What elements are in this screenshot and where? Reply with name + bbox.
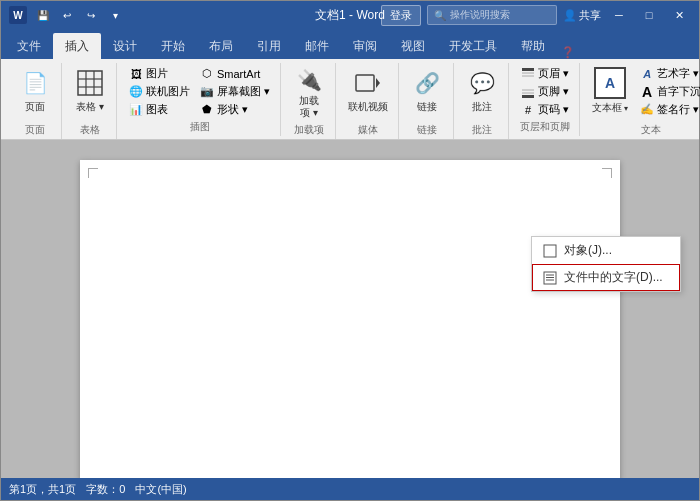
online-image-btn[interactable]: 🌐 联机图片 xyxy=(125,83,194,100)
header-icon xyxy=(521,67,535,81)
tab-view[interactable]: 视图 xyxy=(389,33,437,59)
undo-btn[interactable]: ↩ xyxy=(57,5,77,25)
textbox-btn[interactable]: A 文本框 ▾ xyxy=(588,65,632,121)
tab-design[interactable]: 设计 xyxy=(101,33,149,59)
tab-help[interactable]: 帮助 xyxy=(509,33,557,59)
screenshot-btn[interactable]: 📷 屏幕截图 ▾ xyxy=(196,83,274,100)
smartart-icon: ⬡ xyxy=(200,67,214,81)
tab-mailings[interactable]: 邮件 xyxy=(293,33,341,59)
ribbon-group-text: A 文本框 ▾ A 艺术字 ▾ A xyxy=(582,63,700,139)
ribbon-group-page: 📄 页面 页面 xyxy=(9,63,62,139)
svg-marker-6 xyxy=(376,78,380,88)
object-menu-item[interactable]: 对象(J)... xyxy=(532,237,680,264)
page-number-btn[interactable]: # 页码 ▾ xyxy=(517,101,573,118)
text-extras: A 艺术字 ▾ A 首字下沉 ▾ ✍ 签名行 ▾ xyxy=(636,65,700,118)
shapes-btn[interactable]: ⬟ 形状 ▾ xyxy=(196,101,274,118)
footer-btn[interactable]: 页脚 ▾ xyxy=(517,83,573,100)
shapes-icon: ⬟ xyxy=(200,103,214,117)
tab-insert[interactable]: 插入 xyxy=(53,33,101,59)
table-btn[interactable]: 表格 ▾ xyxy=(70,65,110,121)
smartart-btn[interactable]: ⬡ SmartArt xyxy=(196,65,274,82)
ribbon-group-illustration: 🖼 图片 🌐 联机图片 📊 图表 ⬡ SmartArt xyxy=(119,63,281,136)
minimize-button[interactable]: ─ xyxy=(607,1,631,29)
chart-btn[interactable]: 📊 图表 xyxy=(125,101,194,118)
ribbon-group-comment: 💬 批注 批注 xyxy=(456,63,509,139)
document-page[interactable] xyxy=(80,160,620,478)
word-logo: W xyxy=(9,6,27,24)
link-btn[interactable]: 🔗 链接 xyxy=(407,65,447,121)
online-image-icon: 🌐 xyxy=(129,85,143,99)
quick-access-dropdown[interactable]: ▾ xyxy=(105,5,125,25)
ribbon-group-table: 表格 ▾ 表格 xyxy=(64,63,117,139)
search-icon: 🔍 xyxy=(434,10,446,21)
dropdown-menu: 对象(J)... 文件中的文字(D)... xyxy=(531,236,681,292)
header-btn[interactable]: 页眉 ▾ xyxy=(517,65,573,82)
language: 中文(中国) xyxy=(135,482,186,497)
share-icon: 👤 xyxy=(563,9,577,22)
tab-file[interactable]: 文件 xyxy=(5,33,53,59)
window-title: 文档1 - Word xyxy=(315,7,385,24)
save-quick-btn[interactable]: 💾 xyxy=(33,5,53,25)
screenshot-icon: 📷 xyxy=(200,85,214,99)
page-info: 第1页，共1页 xyxy=(9,482,76,497)
online-video-btn[interactable]: 联机视频 xyxy=(344,65,392,121)
ribbon-group-media: 联机视频 媒体 xyxy=(338,63,399,139)
dropcap-icon: A xyxy=(640,85,654,99)
tab-developer[interactable]: 开发工具 xyxy=(437,33,509,59)
illustration-col2: ⬡ SmartArt 📷 屏幕截图 ▾ ⬟ 形状 ▾ xyxy=(196,65,274,118)
title-bar-left: W 💾 ↩ ↪ ▾ xyxy=(9,5,125,25)
page-corner-tr xyxy=(602,168,612,178)
image-icon: 🖼 xyxy=(129,67,143,81)
share-btn[interactable]: 👤 共享 xyxy=(563,8,601,23)
video-icon xyxy=(352,67,384,99)
svg-rect-5 xyxy=(356,75,374,91)
textbox-btn-container: A 文本框 ▾ xyxy=(588,65,632,121)
help-icon[interactable]: ❓ xyxy=(561,46,575,59)
restore-button[interactable]: □ xyxy=(637,1,661,29)
addins-btn[interactable]: 🔌 加载项 ▾ xyxy=(289,65,329,121)
app-window: W 💾 ↩ ↪ ▾ 文档1 - Word 登录 🔍 操作说明搜索 👤 共享 ─ xyxy=(0,0,700,501)
text-from-file-icon xyxy=(542,270,558,286)
close-button[interactable]: ✕ xyxy=(667,1,691,29)
tab-layout[interactable]: 布局 xyxy=(197,33,245,59)
addins-icon: 🔌 xyxy=(293,67,325,93)
object-icon xyxy=(542,243,558,259)
ribbon-group-links: 🔗 链接 链接 xyxy=(401,63,454,139)
footer-icon xyxy=(521,85,535,99)
page-btn[interactable]: 📄 页面 xyxy=(15,65,55,121)
page-number-icon: # xyxy=(521,103,535,117)
comment-btn[interactable]: 💬 批注 xyxy=(462,65,502,121)
wordart-btn[interactable]: A 艺术字 ▾ xyxy=(636,65,700,82)
title-bar: W 💾 ↩ ↪ ▾ 文档1 - Word 登录 🔍 操作说明搜索 👤 共享 ─ xyxy=(1,1,699,29)
login-button[interactable]: 登录 xyxy=(381,5,421,26)
header-footer-col: 页眉 ▾ 页脚 ▾ # 页码 ▾ xyxy=(517,65,573,118)
svg-rect-10 xyxy=(522,95,534,98)
svg-rect-13 xyxy=(544,245,556,257)
tab-home[interactable]: 开始 xyxy=(149,33,197,59)
dropcap-btn[interactable]: A 首字下沉 ▾ xyxy=(636,83,700,100)
chart-icon: 📊 xyxy=(129,103,143,117)
tab-review[interactable]: 审阅 xyxy=(341,33,389,59)
illustration-col1: 🖼 图片 🌐 联机图片 📊 图表 xyxy=(125,65,194,118)
word-count: 字数：0 xyxy=(86,482,125,497)
signline-btn[interactable]: ✍ 签名行 ▾ xyxy=(636,101,700,118)
tab-references[interactable]: 引用 xyxy=(245,33,293,59)
ribbon: 📄 页面 页面 xyxy=(1,59,699,140)
wordart-icon: A xyxy=(640,67,654,81)
page-icon: 📄 xyxy=(19,67,51,99)
svg-rect-0 xyxy=(78,71,102,95)
quick-access-toolbar: 💾 ↩ ↪ ▾ xyxy=(33,5,125,25)
page-corner-tl xyxy=(88,168,98,178)
svg-rect-7 xyxy=(522,68,534,71)
link-icon: 🔗 xyxy=(411,67,443,99)
redo-btn[interactable]: ↪ xyxy=(81,5,101,25)
textbox-icon: A xyxy=(594,67,626,99)
image-btn[interactable]: 🖼 图片 xyxy=(125,65,194,82)
text-from-file-menu-item[interactable]: 文件中的文字(D)... xyxy=(532,264,680,291)
search-placeholder: 操作说明搜索 xyxy=(450,8,510,22)
signline-icon: ✍ xyxy=(640,103,654,117)
status-bar: 第1页，共1页 字数：0 中文(中国) xyxy=(1,478,699,500)
ribbon-group-addins: 🔌 加载项 ▾ 加载项 xyxy=(283,63,336,139)
ribbon-group-header-footer: 页眉 ▾ 页脚 ▾ # 页码 ▾ 页层和页脚 xyxy=(511,63,580,136)
table-icon xyxy=(74,67,106,99)
